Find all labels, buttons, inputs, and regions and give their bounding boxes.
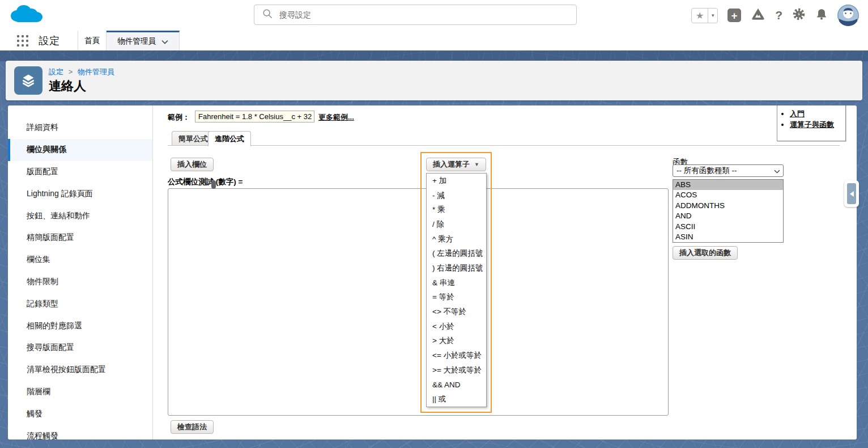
help-link[interactable]: 入門 xyxy=(790,109,805,118)
operator-menu-item[interactable]: & 串連 xyxy=(427,276,486,290)
sidebar-item[interactable]: 物件限制 xyxy=(8,271,152,293)
chevron-down-icon[interactable] xyxy=(161,37,168,46)
function-list-item[interactable]: ADDMONTHS xyxy=(673,201,783,211)
help-links-list: 入門運算子與函數 xyxy=(790,108,843,130)
tab-home[interactable]: 首頁 xyxy=(78,31,107,50)
operator-menu-item[interactable]: >= 大於或等於 xyxy=(427,363,486,378)
help-link[interactable]: 運算子與函數 xyxy=(790,120,834,129)
global-search[interactable] xyxy=(254,5,577,25)
formula-field-label: 公式欄位測試 (數字) = xyxy=(168,177,242,187)
sidebar-nav: 詳細資料欄位與關係版面配置Lightning 記錄頁面按鈕、連結和動作精簡版面配… xyxy=(8,117,152,439)
function-list-item[interactable]: ASCII xyxy=(673,222,783,232)
function-listbox: ABSACOSADDMONTHSANDASCIIASIN xyxy=(673,179,784,243)
page-title: 連絡人 xyxy=(49,78,86,95)
global-header: ★ ▼ + ? xyxy=(0,0,868,31)
operator-menu-item[interactable]: ) 右邊的圓括號 xyxy=(427,261,486,276)
page-header: 設定 > 物件管理員 連絡人 xyxy=(6,61,862,100)
operator-menu-item[interactable]: * 乘 xyxy=(427,202,486,217)
sidebar-item[interactable]: 欄位與關係 xyxy=(8,139,152,161)
sidebar-item[interactable]: 按鈕、連結和動作 xyxy=(8,205,152,227)
favorites-dropdown-icon[interactable]: ▼ xyxy=(708,9,717,23)
collapse-panel-toggle[interactable] xyxy=(844,180,859,207)
sidebar-item[interactable]: 搜尋版面配置 xyxy=(8,337,152,359)
tab-advanced-formula[interactable]: 進階公式 xyxy=(208,131,251,146)
breadcrumb-separator: > xyxy=(69,67,73,76)
sidebar-item[interactable]: 流程觸發 xyxy=(8,425,152,439)
insert-selected-function-button[interactable]: 插入選取的函數 xyxy=(673,246,738,260)
function-list-item[interactable]: AND xyxy=(673,211,783,221)
global-add-icon[interactable]: + xyxy=(727,9,741,22)
sidebar-item[interactable]: 清單檢視按鈕版面配置 xyxy=(8,359,152,381)
help-link-item: 運算子與函數 xyxy=(790,119,843,130)
tab-strip-divider xyxy=(168,145,840,146)
app-name: 設定 xyxy=(39,34,60,48)
sidebar-item[interactable]: 相關的對應篩選 xyxy=(8,315,152,337)
header-actions: ★ ▼ + ? xyxy=(691,5,859,26)
trailhead-icon[interactable] xyxy=(751,7,765,23)
operator-menu-item[interactable]: ( 左邊的圓括號 xyxy=(427,246,486,261)
help-link-item: 入門 xyxy=(790,108,843,119)
example-label: 範例： xyxy=(168,112,190,122)
function-list-item[interactable]: ACOS xyxy=(673,190,783,200)
operator-menu-item[interactable]: < 小於 xyxy=(427,319,486,334)
insert-operator-button[interactable]: 插入運算子 ▼ xyxy=(426,158,486,171)
tab-object-manager[interactable]: 物件管理員 xyxy=(107,31,180,50)
app-launcher-icon[interactable] xyxy=(16,34,29,50)
collapse-panel-icon xyxy=(847,183,856,204)
dropdown-caret-icon: ▼ xyxy=(474,162,479,167)
setup-gear-icon[interactable] xyxy=(792,7,806,23)
favorites-button-group[interactable]: ★ ▼ xyxy=(691,8,718,23)
operator-menu-item[interactable]: <> 不等於 xyxy=(427,305,486,319)
check-syntax-button[interactable]: 檢查語法 xyxy=(171,420,214,434)
operator-menu-item[interactable]: = 等於 xyxy=(427,290,486,305)
operator-menu-item[interactable]: && AND xyxy=(427,378,486,392)
help-links-box: 入門運算子與函數 xyxy=(777,105,846,141)
setup-navbar: 設定 首頁 物件管理員 xyxy=(0,31,868,50)
sidebar-item[interactable]: 觸發 xyxy=(8,403,152,425)
sidebar-item[interactable]: 記錄類型 xyxy=(8,293,152,315)
operator-menu-item[interactable]: + 加 xyxy=(427,174,486,188)
operator-menu-item[interactable]: <= 小於或等於 xyxy=(427,348,486,363)
function-list-item[interactable]: ASIN xyxy=(673,232,783,242)
listbox-scrollbar-thumb[interactable] xyxy=(211,180,216,189)
operator-menu-item[interactable]: - 減 xyxy=(427,188,486,203)
sidebar-item[interactable]: 詳細資料 xyxy=(8,117,152,139)
sidebar-item[interactable]: Lightning 記錄頁面 xyxy=(8,183,152,205)
object-sidebar: 詳細資料欄位與關係版面配置Lightning 記錄頁面按鈕、連結和動作精簡版面配… xyxy=(8,105,153,439)
example-formula-box: Fahrenheit = 1.8 * Celsius__c + 32 xyxy=(195,111,314,122)
breadcrumb-setup-link[interactable]: 設定 xyxy=(49,67,63,76)
operator-menu-item[interactable]: > 大於 xyxy=(427,334,486,349)
search-input[interactable] xyxy=(279,10,551,19)
help-icon[interactable]: ? xyxy=(775,9,782,22)
formula-textarea[interactable] xyxy=(168,188,669,416)
sidebar-item[interactable]: 精簡版面配置 xyxy=(8,227,152,249)
operator-menu-item[interactable]: ^ 乘方 xyxy=(427,232,486,247)
sidebar-item[interactable]: 欄位集 xyxy=(8,249,152,271)
operator-menu-item[interactable]: || 或 xyxy=(427,392,486,407)
search-icon xyxy=(262,9,273,21)
operator-menu-item[interactable]: / 除 xyxy=(427,217,486,232)
function-category-select[interactable]: -- 所有函數種類 -- xyxy=(673,164,784,177)
insert-field-button[interactable]: 插入欄位 xyxy=(171,158,214,171)
object-layers-icon xyxy=(14,66,42,95)
more-examples-link[interactable]: 更多範例... xyxy=(318,112,354,122)
salesforce-cloud-logo-icon xyxy=(9,3,44,30)
user-avatar[interactable] xyxy=(837,5,859,26)
select-chevron-icon xyxy=(774,167,780,175)
breadcrumb-object-manager-link[interactable]: 物件管理員 xyxy=(78,67,114,76)
sidebar-item[interactable]: 版面配置 xyxy=(8,161,152,183)
breadcrumb: 設定 > 物件管理員 xyxy=(49,67,114,77)
function-list-item[interactable]: ABS xyxy=(673,180,783,190)
sidebar-item[interactable]: 階層欄 xyxy=(8,381,152,403)
object-content-card: 詳細資料欄位與關係版面配置Lightning 記錄頁面按鈕、連結和動作精簡版面配… xyxy=(8,105,857,439)
favorite-star-icon[interactable]: ★ xyxy=(692,9,708,23)
notifications-bell-icon[interactable] xyxy=(815,7,828,23)
operator-menu: + 加- 減* 乘/ 除^ 乘方( 左邊的圓括號) 右邊的圓括號& 串連= 等於… xyxy=(426,173,487,407)
